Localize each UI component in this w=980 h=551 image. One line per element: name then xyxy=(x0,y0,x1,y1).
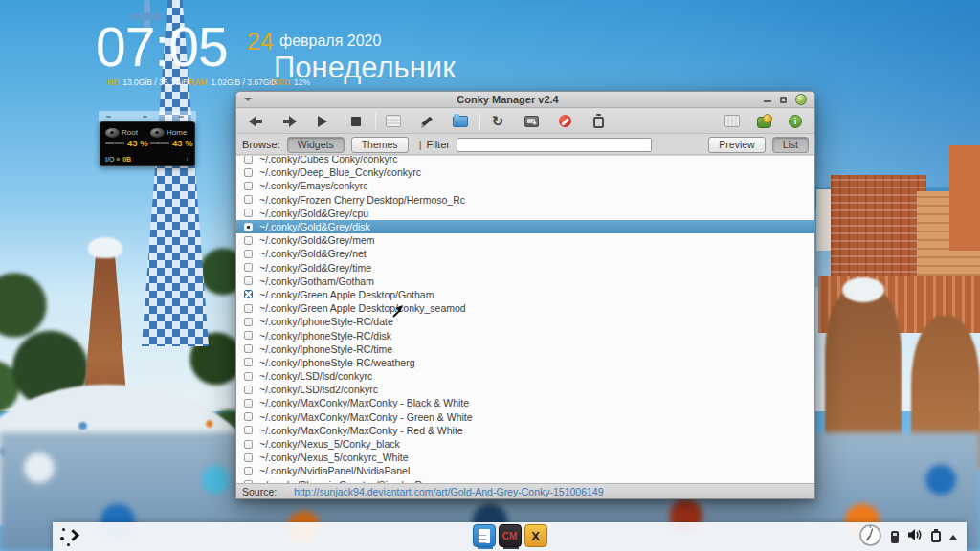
list-item[interactable]: ~/.conky/Nexus_5/conkyrc_White xyxy=(236,451,814,464)
folder-icon xyxy=(453,116,468,127)
list-toggle[interactable]: List xyxy=(772,137,809,153)
refresh-button[interactable]: ↻ xyxy=(488,112,507,131)
widgets-toggle[interactable]: Widgets xyxy=(287,137,345,153)
item-path-label: ~/.conky/Emays/conkyrc xyxy=(259,180,368,191)
item-checkbox[interactable] xyxy=(244,386,253,394)
item-checkbox[interactable] xyxy=(244,209,253,217)
tray-device-icon[interactable] xyxy=(891,531,899,543)
item-path-label: ~/.conky/LSD/lsd/conkyrc xyxy=(259,370,372,382)
item-checkbox[interactable] xyxy=(244,372,253,381)
item-checkbox[interactable] xyxy=(244,195,253,204)
item-checkbox[interactable] xyxy=(244,168,253,177)
preview-toggle[interactable]: Preview xyxy=(708,137,765,153)
toolbar: ↻ i xyxy=(236,109,814,134)
stop-button[interactable] xyxy=(346,112,366,131)
menu-chevron-icon xyxy=(67,529,79,541)
item-checkbox[interactable] xyxy=(244,318,253,326)
titlebar[interactable]: Conky Manager v2.4 xyxy=(236,92,814,108)
item-checkbox[interactable] xyxy=(244,236,253,245)
widget-button[interactable] xyxy=(384,112,403,131)
menu-button[interactable] xyxy=(60,525,85,548)
item-checkbox[interactable] xyxy=(244,453,253,462)
refresh-icon: ↻ xyxy=(492,114,504,128)
conky-list[interactable]: ~/.conky/Cubes Conky/conkyrc~/.conky/Dee… xyxy=(236,156,814,483)
window-menu-icon[interactable] xyxy=(244,98,252,101)
disk-percent: 43 % xyxy=(127,138,148,148)
desktop: 07:05 24 февраля 2020 Понедельник HD13.0… xyxy=(0,0,980,551)
list-item[interactable]: ~/.conky/Emays/conkyrc xyxy=(236,179,814,192)
item-checkbox[interactable] xyxy=(244,156,253,164)
start-button[interactable] xyxy=(313,112,332,131)
item-checkbox[interactable] xyxy=(244,182,253,190)
item-checkbox[interactable] xyxy=(244,399,253,408)
taskbar-app-conky-manager[interactable]: CM xyxy=(499,524,522,547)
filter-input[interactable] xyxy=(457,138,652,152)
list-item[interactable]: ~/.conky/MaxConky/MaxConky - Red & White xyxy=(236,424,814,437)
about-button[interactable]: i xyxy=(786,112,805,131)
list-item[interactable]: ~/.conky/Frozen Cherry Desktop/Hermoso_R… xyxy=(236,193,814,207)
status-bar: Source: http://sunjack94.deviantart.com/… xyxy=(236,483,814,498)
list-item[interactable]: ~/.conky/Gold&Grey/time xyxy=(236,261,814,275)
list-item[interactable]: ~/.conky/LSD/lsd2/conkyrc xyxy=(236,383,814,396)
forward-button[interactable] xyxy=(279,112,299,131)
item-path-label: ~/.conky/MaxConky/MaxConky - Red & White xyxy=(259,425,463,436)
list-item[interactable]: ~/.conky/Gotham/Gotham xyxy=(236,275,814,288)
minimize-button[interactable] xyxy=(764,100,771,102)
themes-toggle[interactable]: Themes xyxy=(351,137,409,153)
item-checkbox[interactable] xyxy=(244,412,253,421)
stop-icon xyxy=(351,117,361,126)
tray-clipboard-icon[interactable] xyxy=(931,531,941,542)
tray-expand-icon[interactable] xyxy=(949,535,957,540)
item-checkbox[interactable] xyxy=(244,440,253,449)
item-checkbox[interactable] xyxy=(244,304,253,313)
delete-button[interactable] xyxy=(589,112,608,131)
running-indicator xyxy=(503,547,519,550)
tray-clock-icon[interactable] xyxy=(858,523,882,551)
item-checkbox[interactable] xyxy=(244,358,253,366)
close-button[interactable] xyxy=(795,94,807,105)
maximize-button[interactable] xyxy=(780,97,787,103)
disk-usage-bar xyxy=(150,142,169,144)
list-item[interactable]: ~/.conky/IphoneStyle-RC/date xyxy=(236,315,814,328)
item-path-label: ~/.conky/Nexus_5/conkyrc_White xyxy=(259,452,409,463)
list-item[interactable]: ~/.conky/Nexus_5/Conky_black xyxy=(236,437,814,451)
edit-button[interactable] xyxy=(417,112,436,131)
item-checkbox[interactable] xyxy=(244,331,253,340)
item-checkbox[interactable] xyxy=(244,250,253,258)
list-item[interactable]: ~/.conky/IphoneStyle-RC/disk xyxy=(236,328,814,342)
donate-button[interactable] xyxy=(754,112,773,131)
taskbar-app-xterm[interactable]: X xyxy=(524,524,547,547)
item-checkbox[interactable] xyxy=(244,344,253,353)
list-item[interactable]: ~/.conky/LSD/lsd/conkyrc xyxy=(236,369,814,383)
tray-volume-icon[interactable] xyxy=(907,527,923,546)
list-item[interactable]: ~/.conky/Green Apple Desktop/conky_seamo… xyxy=(236,301,814,315)
source-link[interactable]: http://sunjack94.deviantart.com/art/Gold… xyxy=(294,486,603,497)
list-item[interactable]: ~/.conky/NvidiaPanel/NvidiaPanel xyxy=(236,464,814,477)
list-item[interactable]: ~/.conky/Gold&Grey/cpu xyxy=(236,207,814,220)
kill-all-button[interactable] xyxy=(555,112,574,131)
list-item[interactable]: ~/.conky/IphoneStyle-RC/time xyxy=(236,342,814,356)
list-item[interactable]: ~/.conky/Gold&Grey/net xyxy=(236,247,814,260)
list-item[interactable]: ~/.conky/IphoneStyle-RC/weatherg xyxy=(236,356,814,369)
item-checkbox[interactable] xyxy=(244,290,253,298)
list-item[interactable]: ~/.conky/Green Apple Desktop/Gotham xyxy=(236,288,814,301)
taskbar-app-text-editor[interactable] xyxy=(473,524,496,547)
item-checkbox[interactable] xyxy=(244,276,253,285)
item-checkbox[interactable] xyxy=(244,467,253,475)
generate-preview-button[interactable] xyxy=(522,112,541,131)
disk-percent: 43 % xyxy=(172,138,193,148)
list-item[interactable]: ~/.conky/MaxConky/MaxConky - Black & Whi… xyxy=(236,396,814,409)
list-item[interactable]: ~/.conky/Gold&Grey/disk xyxy=(236,220,814,233)
back-button[interactable] xyxy=(246,112,265,131)
kill-all-icon xyxy=(559,115,571,127)
list-item[interactable]: ~/.conky/Cubes Conky/conkyrc xyxy=(236,156,814,165)
item-checkbox[interactable] xyxy=(244,426,253,434)
item-checkbox[interactable] xyxy=(244,223,253,231)
list-item[interactable]: ~/.conky/Deep_Blue_Conky/conkyrc xyxy=(236,165,814,179)
import-themes-button[interactable] xyxy=(723,112,742,131)
menu-logo-icon xyxy=(62,528,65,531)
list-item[interactable]: ~/.conky/Gold&Grey/mem xyxy=(236,233,814,247)
open-folder-button[interactable] xyxy=(451,112,470,131)
item-checkbox[interactable] xyxy=(244,263,253,272)
list-item[interactable]: ~/.conky/MaxConky/MaxConky - Green & Whi… xyxy=(236,410,814,424)
